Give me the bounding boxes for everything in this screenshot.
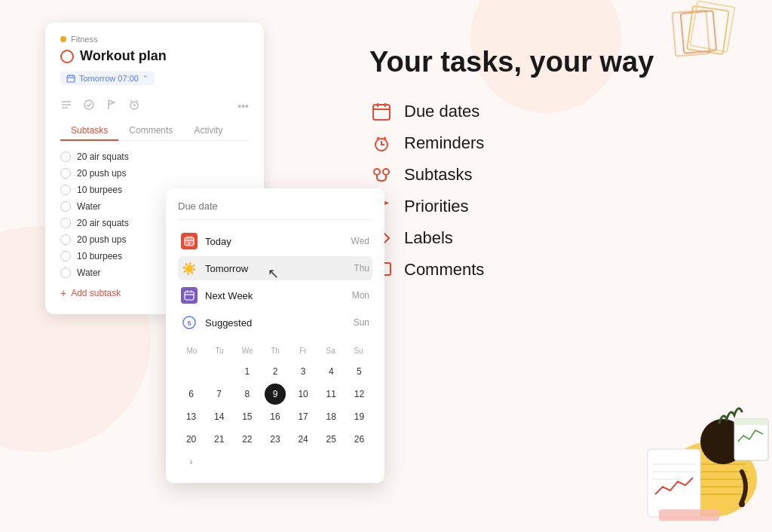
illustration [561, 344, 772, 532]
calendar-day[interactable]: 5 [348, 361, 369, 382]
tab-activity[interactable]: Activity [183, 121, 233, 140]
tab-comments[interactable]: Comments [118, 121, 183, 140]
svg-rect-2 [67, 75, 75, 82]
svg-line-12 [136, 101, 138, 102]
calendar-day[interactable]: 26 [348, 429, 369, 450]
calendar-day[interactable]: 14 [209, 406, 230, 427]
calendar-day[interactable]: 16 [265, 406, 286, 427]
calendar-day[interactable]: 17 [293, 406, 314, 427]
subtask-checkbox[interactable] [60, 151, 71, 162]
calendar-day [181, 361, 202, 382]
svg-point-49 [739, 501, 745, 507]
calendar-day[interactable]: 15 [237, 406, 258, 427]
today-label: Today [205, 236, 231, 247]
task-date-pill[interactable]: Tomorrow 07:00 ⌃ [60, 72, 155, 85]
subtask-checkbox[interactable] [60, 201, 71, 212]
subtask-checkbox[interactable] [60, 168, 71, 179]
calendar-day-today[interactable]: 9 [265, 384, 286, 405]
today-day: Wed [351, 236, 369, 246]
svg-point-33 [383, 169, 389, 175]
feature-due-dates: Due dates [369, 101, 757, 122]
calendar-day[interactable]: 21 [209, 429, 230, 450]
svg-rect-48 [659, 509, 719, 521]
calendar-day-names: Mo Tu We Th Fr Sa Su [178, 345, 372, 356]
right-panel: Your tasks, your way Due dates [369, 45, 757, 280]
flag-icon[interactable] [106, 99, 118, 113]
subtasks-icon [369, 164, 394, 185]
calendar-day[interactable]: 10 [293, 384, 314, 405]
calendar-day[interactable]: 22 [237, 429, 258, 450]
task-complete-checkbox[interactable] [60, 50, 74, 63]
list-item[interactable]: 20 push ups [60, 168, 249, 179]
calendar-day[interactable]: 1 [237, 361, 258, 382]
list-item[interactable]: 20 air squats [60, 151, 249, 162]
task-date-text: Tomorrow 07:00 [79, 74, 139, 83]
due-date-suggested[interactable]: 5 Suggested Sun [178, 310, 372, 335]
calendar-grid: 1 2 3 4 5 6 7 8 9 10 11 12 13 14 15 16 1… [178, 361, 372, 472]
feature-reminders-label: Reminders [404, 133, 484, 153]
svg-text:9: 9 [188, 241, 191, 246]
svg-rect-25 [373, 105, 390, 120]
tomorrow-day: Thu [354, 263, 369, 274]
task-tabs: Subtasks Comments Activity [60, 121, 249, 141]
svg-text:5: 5 [187, 320, 191, 327]
nextweek-icon [181, 287, 198, 304]
suggested-day: Sun [354, 317, 369, 328]
feature-list: Due dates Reminders [369, 101, 757, 280]
calendar-day[interactable]: 24 [293, 429, 314, 450]
subtask-checkbox[interactable] [60, 185, 71, 195]
calendar-day[interactable]: 7 [209, 384, 230, 405]
fitness-dot [60, 36, 66, 42]
tomorrow-label: Tomorrow [205, 263, 248, 274]
feature-due-dates-label: Due dates [404, 102, 479, 121]
calendar-day[interactable]: 2 [265, 361, 286, 382]
add-icon: + [60, 287, 66, 299]
feature-subtasks: Subtasks [369, 164, 757, 185]
feature-comments: Comments [369, 259, 757, 280]
task-title: Workout plan [80, 48, 167, 64]
check-icon[interactable] [83, 99, 95, 113]
feature-priorities: Priorities [369, 196, 757, 217]
due-date-today[interactable]: 9 Today Wed [178, 229, 372, 253]
calendar-nav-next[interactable]: › [181, 451, 202, 472]
calendar-day[interactable]: 18 [320, 406, 342, 427]
calendar-day[interactable]: 25 [320, 429, 342, 450]
more-options-icon[interactable]: ••• [237, 100, 249, 112]
next-week-label: Next Week [205, 290, 253, 301]
calendar-day[interactable]: 23 [265, 429, 286, 450]
left-panel: Fitness Workout plan Tomorrow 07:00 ⌃ [45, 23, 264, 314]
task-toolbar: ••• [60, 94, 249, 118]
fitness-text: Fitness [71, 35, 97, 44]
calendar-day[interactable]: 4 [320, 361, 342, 382]
list-icon[interactable] [60, 99, 72, 113]
calendar-day[interactable]: 13 [181, 406, 202, 427]
calendar-day[interactable]: 19 [348, 406, 369, 427]
calendar-day[interactable]: 8 [237, 384, 258, 405]
date-arrow: ⌃ [142, 75, 149, 82]
next-week-day: Mon [352, 290, 369, 301]
subtask-checkbox[interactable] [60, 234, 71, 245]
calendar-day[interactable]: 3 [293, 361, 314, 382]
svg-line-11 [130, 101, 132, 102]
calendar-day[interactable]: 11 [320, 384, 342, 405]
alarm-icon[interactable] [128, 99, 140, 113]
svg-rect-47 [734, 419, 768, 425]
feature-subtasks-label: Subtasks [404, 165, 473, 185]
calendar-day[interactable]: 12 [348, 384, 369, 405]
due-date-tomorrow[interactable]: ☀️ Tomorrow Thu [178, 256, 372, 280]
feature-labels-label: Labels [404, 228, 453, 248]
due-date-input[interactable] [178, 200, 372, 220]
subtask-checkbox[interactable] [60, 268, 71, 278]
page-title: Your tasks, your way [369, 45, 757, 80]
feature-priorities-label: Priorities [404, 197, 469, 216]
tab-subtasks[interactable]: Subtasks [60, 121, 118, 140]
quick-options: 9 Today Wed ☀️ Tomorrow Thu [178, 229, 372, 335]
calendar-day[interactable]: 20 [181, 429, 202, 450]
feature-comments-label: Comments [404, 260, 484, 280]
calendar-day[interactable]: 6 [181, 384, 202, 405]
subtask-checkbox[interactable] [60, 251, 71, 261]
due-date-next-week[interactable]: Next Week Mon [178, 283, 372, 307]
today-icon: 9 [181, 233, 198, 249]
subtask-checkbox[interactable] [60, 218, 71, 228]
reminders-icon [369, 133, 394, 154]
